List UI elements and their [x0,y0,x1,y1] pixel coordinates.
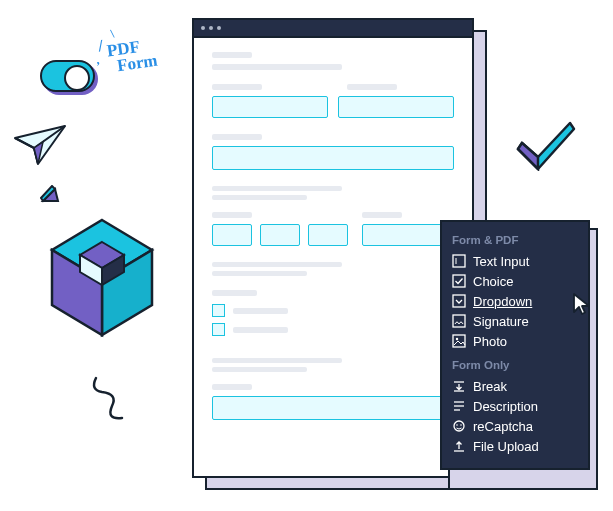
menu-item-choice[interactable]: Choice [452,271,580,291]
menu-item-break[interactable]: Break [452,376,580,396]
menu-item-signature[interactable]: Signature [452,311,580,331]
number-field-placeholder[interactable] [212,224,252,246]
svg-rect-3 [453,295,465,307]
skeleton-line [212,271,307,276]
checkmark-decoration [516,115,578,171]
choice-box[interactable] [212,323,225,336]
menu-heading-form-pdf: Form & PDF [452,234,580,246]
menu-item-label: Signature [473,314,529,329]
text-field-placeholder[interactable] [212,96,328,118]
svg-rect-0 [453,255,465,267]
dropdown-icon [452,294,466,308]
triangle-decoration [40,185,62,207]
form-builder-window [192,18,474,478]
menu-item-text-input[interactable]: Text Input [452,251,580,271]
skeleton-line [212,290,257,296]
svg-point-6 [456,338,458,340]
skeleton-line [347,84,397,90]
menu-item-label: reCaptcha [473,419,533,434]
svg-point-14 [460,424,462,426]
skeleton-line [212,212,252,218]
menu-item-label: Text Input [473,254,529,269]
skeleton-line [212,262,342,267]
svg-point-13 [456,424,458,426]
number-field-placeholder[interactable] [308,224,348,246]
menu-item-description[interactable]: Description [452,396,580,416]
skeleton-line [233,308,288,314]
skeleton-line [212,64,342,70]
skeleton-line [212,195,307,200]
menu-item-label: Dropdown [473,294,532,309]
window-titlebar [194,20,472,38]
signature-icon [452,314,466,328]
skeleton-line [212,358,342,363]
skeleton-line [362,212,402,218]
cursor-pointer-icon [571,292,593,318]
choice-box[interactable] [212,304,225,317]
upload-icon [452,439,466,453]
menu-item-file-upload[interactable]: File Upload [452,436,580,456]
text-field-placeholder[interactable] [212,146,454,170]
break-icon [452,379,466,393]
menu-item-label: Photo [473,334,507,349]
paper-plane-icon [10,120,70,170]
svg-rect-2 [453,275,465,287]
menu-heading-form-only: Form Only [452,359,580,371]
skeleton-line [212,367,307,372]
menu-item-photo[interactable]: Photo [452,331,580,351]
photo-icon [452,334,466,348]
skeleton-line [233,327,288,333]
text-input-icon [452,254,466,268]
skeleton-line [212,384,252,390]
squiggle-decoration [88,370,148,430]
field-type-menu[interactable]: Form & PDF Text Input Choice Dropdown Si… [440,220,590,470]
text-field-placeholder[interactable] [212,396,454,420]
menu-item-label: Description [473,399,538,414]
skeleton-line [212,134,262,140]
menu-item-dropdown[interactable]: Dropdown [452,291,580,311]
choice-icon [452,274,466,288]
text-field-placeholder[interactable] [338,96,454,118]
number-field-placeholder[interactable] [260,224,300,246]
description-icon [452,399,466,413]
pdf-form-handwriting: / , \ PDF Form [106,37,159,76]
form-canvas[interactable] [194,38,472,434]
svg-rect-5 [453,335,465,347]
svg-rect-4 [453,315,465,327]
skeleton-line [212,52,252,58]
toggle-decoration [40,60,95,92]
menu-item-label: Choice [473,274,513,289]
cube-decoration [42,210,172,350]
skeleton-line [212,186,342,191]
menu-item-label: File Upload [473,439,539,454]
recaptcha-icon [452,419,466,433]
menu-item-label: Break [473,379,507,394]
skeleton-line [212,84,262,90]
menu-item-recaptcha[interactable]: reCaptcha [452,416,580,436]
